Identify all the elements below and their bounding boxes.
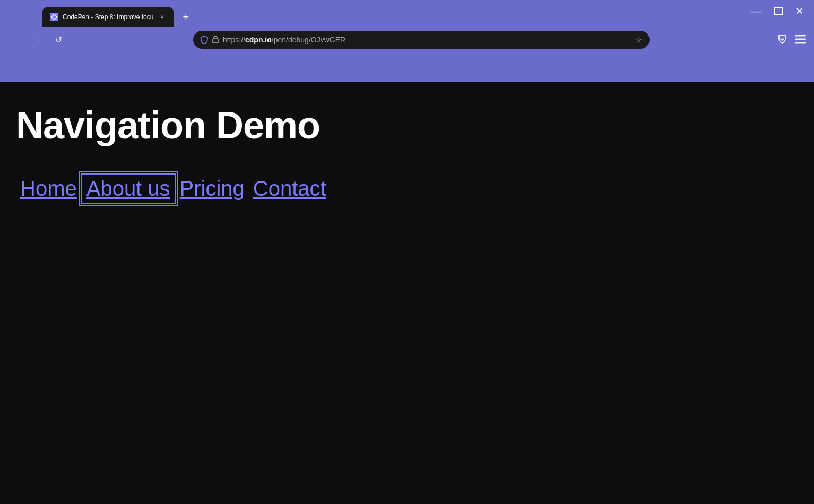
tab-bar: CodePen - Step 8: Improve focu × + — ✕ xyxy=(0,0,814,27)
toolbar-row xyxy=(0,53,814,58)
page-content: Navigation Demo Home About us Pricing Co… xyxy=(0,82,814,504)
toolbar-right xyxy=(777,33,806,47)
menu-icon[interactable] xyxy=(795,34,806,46)
svg-rect-1 xyxy=(213,39,218,43)
nav-link-pricing[interactable]: Pricing xyxy=(176,175,249,203)
main-navigation: Home About us Pricing Contact xyxy=(16,173,798,204)
pocket-icon[interactable] xyxy=(777,33,787,47)
browser-chrome: CodePen - Step 8: Improve focu × + — ✕ ← xyxy=(0,0,814,82)
forward-button[interactable]: → xyxy=(30,32,45,47)
bookmark-icon[interactable]: ☆ xyxy=(635,35,642,45)
svg-rect-3 xyxy=(795,39,806,40)
tab-title: CodePen - Step 8: Improve focu xyxy=(63,13,153,21)
url-prefix: https:// xyxy=(223,36,245,44)
nav-link-home[interactable]: Home xyxy=(16,175,81,203)
close-button[interactable]: ✕ xyxy=(795,5,803,17)
browser-window: CodePen - Step 8: Improve focu × + — ✕ ← xyxy=(0,0,814,504)
active-tab[interactable]: CodePen - Step 8: Improve focu × xyxy=(42,7,174,27)
security-icon xyxy=(201,36,208,44)
url-host: cdpn.io xyxy=(245,36,272,44)
svg-rect-2 xyxy=(795,35,806,37)
address-bar-row: ← → ↺ xyxy=(0,27,814,53)
back-button[interactable]: ← xyxy=(8,32,23,47)
page-title: Navigation Demo xyxy=(16,103,798,147)
refresh-button[interactable]: ↺ xyxy=(51,32,66,47)
nav-link-contact[interactable]: Contact xyxy=(249,175,331,203)
new-tab-button[interactable]: + xyxy=(178,9,194,25)
svg-rect-4 xyxy=(795,42,806,44)
url-display: https://cdpn.io/pen/debug/OJvwGER xyxy=(223,36,630,44)
tab-close-button[interactable]: × xyxy=(158,13,166,21)
window-controls: — ✕ xyxy=(751,5,803,17)
address-bar[interactable]: https://cdpn.io/pen/debug/OJvwGER ☆ xyxy=(193,31,650,49)
minimize-button[interactable]: — xyxy=(751,6,761,16)
nav-link-about[interactable]: About us xyxy=(81,173,176,204)
url-path: /pen/debug/OJvwGER xyxy=(272,36,345,44)
lock-icon xyxy=(212,36,219,45)
maximize-button[interactable] xyxy=(774,7,783,15)
tab-favicon xyxy=(50,13,58,21)
